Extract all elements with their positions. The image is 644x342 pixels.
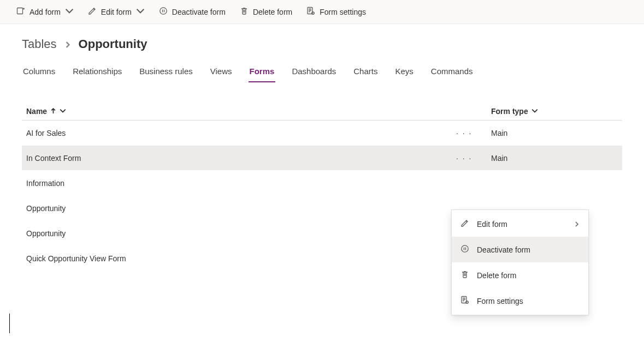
text-cursor bbox=[9, 314, 10, 333]
form-settings-icon bbox=[306, 7, 315, 17]
row-name: Quick Opportunity View Form bbox=[22, 254, 456, 263]
row-name: In Context Form bbox=[22, 154, 456, 163]
command-bar: Add form Edit form Deactivate form Delet… bbox=[0, 0, 644, 24]
svg-point-4 bbox=[462, 245, 468, 252]
table-row[interactable]: AI for Sales· · ·Main bbox=[22, 121, 622, 146]
context-menu-settings[interactable]: Form settings bbox=[452, 288, 588, 314]
tab-columns[interactable]: Columns bbox=[22, 63, 56, 82]
settings-icon bbox=[460, 296, 469, 306]
add-form-button[interactable]: Add form bbox=[13, 4, 77, 19]
deactivate-icon bbox=[460, 244, 469, 255]
tab-keys[interactable]: Keys bbox=[394, 63, 414, 82]
edit-icon bbox=[460, 219, 469, 229]
svg-rect-0 bbox=[17, 8, 23, 14]
svg-point-1 bbox=[160, 8, 167, 14]
row-more-actions[interactable]: · · · bbox=[456, 154, 491, 163]
delete-form-label: Delete form bbox=[253, 8, 292, 16]
edit-form-label: Edit form bbox=[101, 8, 132, 16]
context-menu-item-label: Form settings bbox=[477, 297, 523, 305]
tab-relationships[interactable]: Relationships bbox=[72, 63, 123, 82]
context-menu-item-label: Deactivate form bbox=[477, 245, 530, 254]
breadcrumb-current: Opportunity bbox=[79, 37, 147, 51]
column-header-name[interactable]: Name bbox=[22, 107, 456, 116]
pencil-icon bbox=[88, 7, 97, 17]
column-header-form-type-label: Form type bbox=[491, 107, 528, 116]
tab-views[interactable]: Views bbox=[209, 63, 233, 82]
deactivate-form-label: Deactivate form bbox=[172, 8, 226, 16]
context-menu-edit[interactable]: Edit form bbox=[452, 211, 588, 237]
chevron-down-icon bbox=[136, 7, 145, 17]
row-form-type: Main bbox=[491, 154, 622, 163]
deactivate-form-button[interactable]: Deactivate form bbox=[156, 4, 229, 19]
table-header-row: Name Form type bbox=[22, 103, 622, 121]
trash-icon bbox=[240, 7, 249, 17]
context-menu-item-label: Delete form bbox=[477, 271, 516, 280]
chevron-right-icon bbox=[574, 220, 580, 229]
ellipsis-icon: · · · bbox=[456, 154, 472, 163]
column-header-name-label: Name bbox=[26, 107, 47, 116]
row-context-menu: Edit formDeactivate formDelete formForm … bbox=[451, 209, 589, 315]
add-form-icon bbox=[16, 7, 25, 17]
row-name: Information bbox=[22, 179, 456, 188]
edit-form-button[interactable]: Edit form bbox=[85, 4, 148, 19]
form-settings-label: Form settings bbox=[320, 8, 366, 16]
tab-forms[interactable]: Forms bbox=[249, 63, 276, 82]
column-header-form-type[interactable]: Form type bbox=[491, 107, 622, 116]
table-row[interactable]: In Context Form· · ·Main bbox=[22, 146, 622, 171]
context-menu-item-label: Edit form bbox=[477, 220, 507, 229]
tab-business-rules[interactable]: Business rules bbox=[138, 63, 194, 82]
context-menu-deactivate[interactable]: Deactivate form bbox=[452, 237, 588, 262]
breadcrumb-root[interactable]: Tables bbox=[22, 37, 57, 51]
tab-dashboards[interactable]: Dashboards bbox=[291, 63, 337, 82]
form-settings-button[interactable]: Form settings bbox=[303, 4, 369, 19]
row-name: Opportunity bbox=[22, 229, 456, 238]
chevron-down-icon bbox=[531, 107, 538, 116]
table-row[interactable]: Information bbox=[22, 171, 622, 196]
row-more-actions[interactable]: · · · bbox=[456, 129, 491, 137]
chevron-down-icon bbox=[65, 7, 74, 17]
chevron-right-icon bbox=[64, 37, 71, 51]
tab-commands[interactable]: Commands bbox=[430, 63, 474, 82]
add-form-label: Add form bbox=[29, 8, 61, 16]
delete-icon bbox=[460, 270, 469, 280]
context-menu-delete[interactable]: Delete form bbox=[452, 262, 588, 288]
row-name: AI for Sales bbox=[22, 129, 456, 137]
ellipsis-icon: · · · bbox=[456, 129, 472, 137]
pause-circle-icon bbox=[159, 7, 168, 17]
delete-form-button[interactable]: Delete form bbox=[237, 4, 296, 19]
chevron-down-icon bbox=[60, 107, 66, 116]
entity-subtabs: ColumnsRelationshipsBusiness rulesViewsF… bbox=[0, 55, 644, 83]
breadcrumb: Tables Opportunity bbox=[0, 24, 644, 55]
row-form-type: Main bbox=[491, 129, 622, 137]
sort-asc-icon bbox=[50, 107, 56, 116]
tab-charts[interactable]: Charts bbox=[352, 63, 379, 82]
row-name: Opportunity bbox=[22, 204, 456, 213]
